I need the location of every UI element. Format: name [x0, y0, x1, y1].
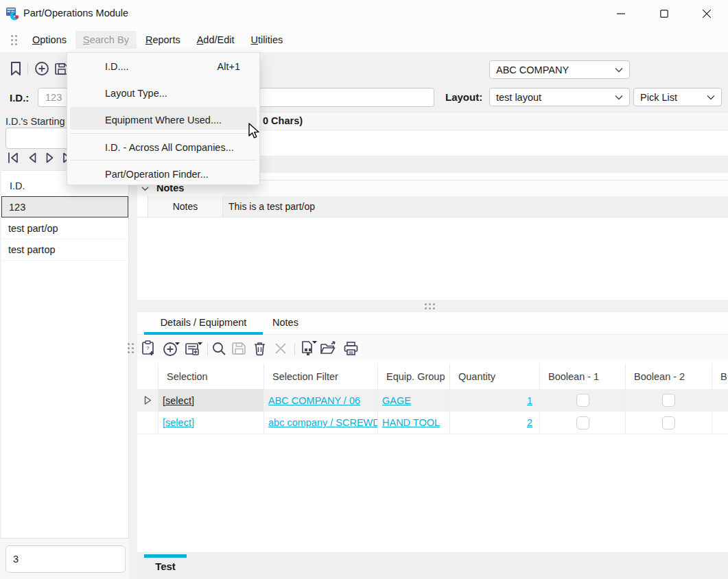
window-title: Part/Operations Module — [23, 8, 128, 19]
grid-header-boolean-2[interactable]: Boolean - 2 — [626, 364, 712, 389]
minimize-button[interactable] — [605, 0, 637, 27]
id-list-panel: I.D. 123 test part/op test partop — [1, 170, 129, 538]
splitter-handle[interactable] — [425, 303, 435, 309]
row-selector-cell[interactable] — [137, 412, 158, 434]
detail-tab-strip: Details / Equipment Notes — [137, 312, 728, 335]
menu-reports[interactable]: Reports — [138, 31, 188, 49]
equip-group-link[interactable]: GAGE — [382, 395, 411, 406]
select-link[interactable]: [select] — [163, 417, 194, 428]
chars-header-label: 0 Chars) — [263, 115, 303, 126]
list-item-selected[interactable]: 123 — [1, 196, 128, 217]
paste-add-icon[interactable]: ? — [141, 340, 156, 357]
nav-next-button[interactable] — [43, 150, 58, 165]
toolbar-grip-icon[interactable] — [128, 343, 134, 353]
nav-first-button[interactable] — [5, 150, 21, 165]
tab-details-equipment[interactable]: Details / Equipment — [144, 317, 263, 328]
boolean-1-checkbox[interactable] — [576, 416, 589, 429]
quantity-link[interactable]: 1 — [527, 395, 532, 406]
grid-header-equip-group[interactable]: Equip. Group — [378, 364, 450, 389]
boolean-2-checkbox[interactable] — [662, 416, 675, 429]
menu-add-edit[interactable]: Add/Edit — [189, 31, 242, 49]
selection-filter-cell: ABC COMPANY / 06 — [264, 389, 378, 412]
layout-select-value: test layout — [496, 92, 541, 103]
menu-item-id-across-all-companies[interactable]: I.D. - Across All Companies... — [67, 134, 259, 161]
notes-row: Notes This is a test part/op — [137, 196, 728, 217]
menu-options[interactable]: Options — [25, 31, 74, 49]
menu-item-equipment-where-used[interactable]: Equipment Where Used.... — [67, 106, 259, 133]
toolbar-separator — [27, 62, 28, 75]
titlebar: Part/Operations Module — [0, 0, 728, 27]
menu-item-layout-type[interactable]: Layout Type... — [67, 80, 259, 106]
toolbar-separator — [294, 343, 295, 355]
grid-header-selection-filter[interactable]: Selection Filter — [264, 364, 378, 389]
search-icon[interactable] — [211, 341, 226, 356]
nav-previous-button[interactable] — [25, 150, 40, 165]
svg-text:?: ? — [146, 345, 150, 351]
import-folder-icon[interactable] — [320, 341, 337, 356]
menu-search-by[interactable]: Search By — [75, 31, 137, 49]
boolean-1-cell — [540, 412, 626, 434]
grid-header-boolean-3-clipped[interactable]: B — [712, 364, 728, 389]
notes-body-area[interactable] — [137, 217, 728, 300]
close-button[interactable] — [691, 0, 723, 27]
toolbar-separator — [207, 343, 208, 355]
boolean-1-checkbox[interactable] — [576, 394, 589, 407]
id-label: I.D.: — [10, 92, 29, 104]
selection-filter-cell: abc company / SCREWD — [264, 412, 378, 434]
grid-header-quantity[interactable]: Quantity — [450, 364, 540, 389]
list-item[interactable]: test part/op — [1, 218, 128, 239]
bottom-tab-strip: Test — [137, 552, 728, 579]
ids-starting-label: I.D.'s Starting — [5, 116, 65, 127]
picklist-select-value: Pick List — [640, 92, 677, 103]
grid-header-boolean-1[interactable]: Boolean - 1 — [540, 364, 626, 389]
add-circle-icon[interactable] — [34, 61, 49, 76]
notes-row-margin — [137, 196, 148, 217]
picklist-select[interactable]: Pick List — [633, 88, 722, 106]
boolean-2-cell — [626, 412, 712, 434]
equip-group-cell: HAND TOOL — [378, 412, 450, 434]
grid-row[interactable]: [select] abc company / SCREWD HAND TOOL … — [137, 412, 728, 434]
selection-filter-link[interactable]: abc company / SCREWD — [268, 417, 378, 428]
selection-cell: [select] — [158, 389, 264, 412]
delete-icon[interactable] — [253, 341, 267, 356]
select-link[interactable]: [select] — [163, 395, 194, 406]
sidebar-footer — [0, 538, 129, 579]
menubar-grip-icon[interactable] — [11, 35, 17, 45]
maximize-button[interactable] — [648, 0, 680, 27]
quantity-cell: 1 — [450, 389, 540, 412]
add-row-icon[interactable] — [185, 341, 203, 357]
list-item[interactable]: test partop — [1, 239, 128, 261]
menu-item-id[interactable]: I.D.... Alt+1 — [67, 53, 259, 80]
maximize-icon — [660, 10, 668, 18]
bookmark-icon[interactable] — [8, 60, 23, 77]
boolean-2-checkbox[interactable] — [662, 394, 675, 407]
grid-row-current[interactable]: [select] ABC COMPANY / 06 GAGE 1 — [137, 389, 728, 412]
row-selector-cell[interactable] — [137, 389, 158, 412]
boolean-2-cell — [626, 389, 712, 412]
menu-shortcut: Alt+1 — [218, 61, 240, 72]
cancel-x-icon — [274, 342, 287, 355]
tab-notes[interactable]: Notes — [264, 317, 307, 328]
search-by-menu: I.D.... Alt+1 Layout Type... Equipment W… — [67, 52, 260, 185]
bottom-tab-test[interactable]: Test — [144, 560, 187, 572]
add-record-icon[interactable] — [163, 341, 180, 356]
quantity-link[interactable]: 2 — [527, 417, 532, 428]
boolean-1-cell — [540, 389, 626, 412]
notes-field-value-cell[interactable]: This is a test part/op — [223, 196, 728, 217]
record-count-input[interactable] — [5, 545, 126, 573]
menu-item-part-operation-finder[interactable]: Part/Operation Finder... — [67, 161, 259, 187]
chevron-down-icon — [615, 95, 623, 100]
minimize-icon — [617, 10, 625, 18]
boolean-3-cell-clipped — [712, 389, 728, 412]
layout-select[interactable]: test layout — [489, 88, 630, 106]
current-row-arrow-icon — [144, 396, 152, 405]
company-select[interactable]: ABC COMPANY — [489, 60, 630, 79]
copy-special-icon[interactable] — [299, 340, 318, 357]
selection-filter-link[interactable]: ABC COMPANY / 06 — [268, 395, 360, 406]
menu-utilities[interactable]: Utilities — [244, 31, 291, 49]
equip-group-link[interactable]: HAND TOOL — [382, 417, 440, 428]
grid-header-selection[interactable]: Selection — [158, 364, 264, 389]
selection-cell: [select] — [158, 412, 264, 434]
id-list-column-header: I.D. — [10, 180, 25, 191]
print-icon[interactable] — [343, 341, 359, 356]
